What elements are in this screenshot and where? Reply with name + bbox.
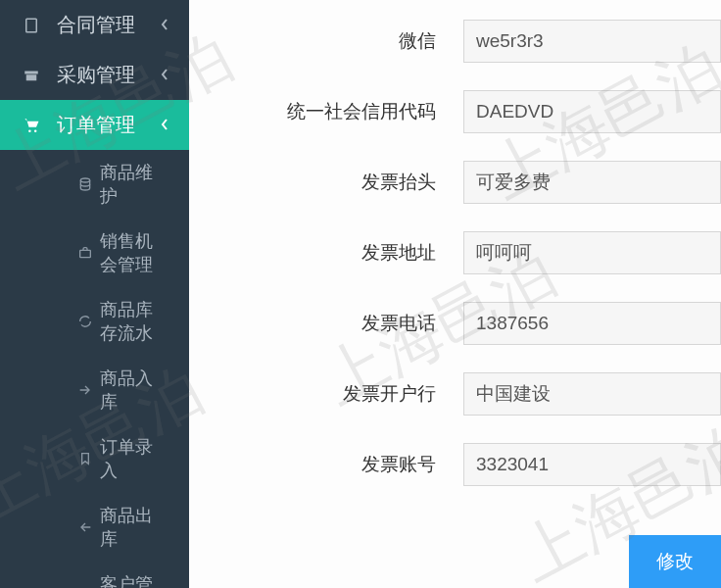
arrow-in-icon	[74, 382, 96, 398]
credit-code-input[interactable]	[463, 90, 721, 133]
sidebar-sub-label: 商品维护	[100, 161, 169, 208]
refresh-icon	[74, 314, 96, 329]
submit-button[interactable]: 修改	[629, 535, 721, 588]
invoice-bank-input[interactable]	[463, 372, 721, 416]
svg-rect-6	[80, 250, 91, 257]
sidebar-label: 采购管理	[57, 62, 135, 88]
bookmark-icon	[74, 451, 96, 466]
database-icon	[74, 176, 96, 192]
svg-point-5	[80, 178, 89, 182]
invoice-title-input[interactable]	[463, 161, 721, 204]
form-label: 发票地址	[189, 240, 463, 266]
sidebar-sub-customer[interactable]: 客户管理	[41, 562, 189, 588]
chevron-left-icon	[160, 14, 169, 36]
form-row-invoice-address: 发票地址	[189, 231, 721, 274]
form-row-wechat: 微信	[189, 20, 721, 63]
sidebar-item-orders[interactable]: 订单管理	[0, 100, 189, 150]
sidebar-sub-label: 商品库存流水	[100, 298, 169, 345]
form-row-credit-code: 统一社会信用代码	[189, 90, 721, 133]
chevron-left-icon	[160, 64, 169, 86]
sidebar-sub-label: 销售机会管理	[100, 229, 169, 276]
form-label: 微信	[189, 28, 463, 54]
cart-icon	[20, 116, 43, 135]
sidebar-sub-sales-opportunity[interactable]: 销售机会管理	[41, 219, 189, 287]
form-row-invoice-account: 发票账号	[189, 443, 721, 486]
sidebar-sub-product-maintain[interactable]: 商品维护	[41, 150, 189, 219]
briefcase-icon	[74, 245, 96, 261]
svg-rect-1	[24, 71, 38, 74]
form-label: 发票账号	[189, 452, 463, 477]
sidebar-sub-inventory-flow[interactable]: 商品库存流水	[41, 287, 189, 356]
sidebar-sub-label: 订单录入	[100, 435, 169, 482]
wechat-input[interactable]	[463, 20, 721, 63]
form-row-invoice-bank: 发票开户行	[189, 372, 721, 416]
form-row-invoice-phone: 发票电话	[189, 302, 721, 345]
invoice-account-input[interactable]	[463, 443, 721, 486]
sidebar-sub-stock-in[interactable]: 商品入库	[41, 356, 189, 424]
sidebar-sub-label: 商品出库	[100, 504, 169, 551]
form-label: 发票开户行	[189, 381, 463, 407]
action-bar: 修改	[189, 535, 721, 588]
svg-point-4	[34, 129, 37, 132]
archive-icon	[20, 67, 43, 84]
sidebar-sub-order-entry[interactable]: 订单录入	[41, 424, 189, 493]
sidebar: 合同管理 采购管理 订单管理	[0, 0, 189, 588]
arrow-out-icon	[74, 519, 96, 535]
svg-point-3	[28, 129, 30, 132]
invoice-phone-input[interactable]	[463, 302, 721, 345]
form-label: 发票抬头	[189, 170, 463, 195]
form-row-invoice-title: 发票抬头	[189, 161, 721, 204]
sidebar-item-contract[interactable]: 合同管理	[0, 0, 189, 50]
sidebar-sub-label: 商品入库	[100, 367, 169, 414]
sidebar-sub-stock-out[interactable]: 商品出库	[41, 493, 189, 562]
svg-rect-2	[26, 74, 37, 80]
sidebar-label: 订单管理	[57, 112, 135, 138]
sidebar-sub-label: 客户管理	[100, 572, 169, 588]
form-label: 发票电话	[189, 311, 463, 336]
main-content: 微信 统一社会信用代码 发票抬头 发票地址 发票电话 发票开户行 发票账号	[189, 0, 721, 588]
chevron-left-icon	[160, 114, 169, 136]
sidebar-submenu: 商品维护 销售机会管理 商品库存流水 商品入库	[0, 150, 189, 588]
file-icon	[20, 17, 43, 34]
sidebar-label: 合同管理	[57, 12, 135, 38]
sidebar-item-purchase[interactable]: 采购管理	[0, 50, 189, 100]
invoice-address-input[interactable]	[463, 231, 721, 274]
svg-rect-0	[26, 19, 37, 32]
form-label: 统一社会信用代码	[189, 99, 463, 124]
